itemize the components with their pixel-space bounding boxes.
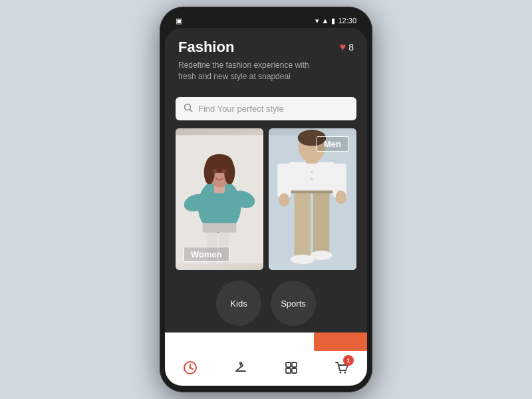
svg-point-30 (311, 171, 313, 173)
svg-point-36 (240, 362, 242, 364)
app-header: Fashion ♥ 8 Redefine the fashion experie… (165, 28, 367, 89)
svg-rect-17 (295, 189, 311, 257)
heart-icon: ♥ (340, 41, 346, 53)
header-top: Fashion ♥ 8 (178, 39, 354, 56)
svg-rect-39 (286, 368, 291, 373)
svg-line-1 (190, 109, 193, 112)
promo-bar (165, 332, 367, 351)
signal-icon: ▲ (322, 17, 329, 25)
phone-device: ▣ ▾ ▲ ▮ 12:30 Fashion ♥ 8 Redefine the (160, 7, 372, 392)
hanger-icon (233, 360, 248, 375)
promo-orange-bar (314, 332, 367, 351)
status-right: ▾ ▲ ▮ 12:30 (315, 17, 356, 25)
app-title: Fashion (178, 39, 234, 56)
svg-point-11 (213, 168, 217, 173)
svg-rect-37 (286, 362, 291, 367)
women-category-card[interactable]: Women (176, 128, 263, 270)
svg-point-12 (222, 168, 226, 173)
women-label: Women (184, 247, 229, 262)
status-left: ▣ (176, 17, 182, 25)
svg-rect-40 (292, 368, 297, 373)
phone-screen: Fashion ♥ 8 Redefine the fashion experie… (165, 28, 367, 386)
status-bar: ▣ ▾ ▲ ▮ 12:30 (165, 13, 367, 28)
app-subtitle: Redefine the fashion experience withfres… (178, 60, 354, 82)
cart-badge: 1 (343, 355, 354, 366)
bottom-area: 1 (165, 332, 367, 386)
grid-icon (284, 360, 299, 375)
favorites-badge[interactable]: ♥ 8 (340, 41, 354, 53)
sports-label: Sports (281, 299, 306, 309)
time-display: 12:30 (338, 17, 356, 25)
men-label: Men (317, 136, 348, 152)
svg-rect-18 (313, 189, 329, 257)
notification-icon: ▣ (176, 17, 182, 25)
home-clock-icon (183, 360, 198, 375)
bottom-nav: 1 (165, 351, 367, 386)
svg-point-31 (311, 178, 313, 180)
svg-point-35 (190, 367, 192, 369)
svg-point-23 (279, 193, 289, 206)
screen-content: Fashion ♥ 8 Redefine the fashion experie… (165, 28, 367, 386)
svg-rect-21 (277, 163, 291, 197)
kids-label: Kids (230, 299, 247, 309)
svg-rect-38 (292, 362, 297, 367)
nav-grid-button[interactable] (278, 358, 305, 378)
sports-category-button[interactable]: Sports (271, 281, 316, 326)
heart-count: 8 (348, 42, 354, 53)
wifi-icon: ▾ (315, 17, 319, 25)
circular-categories: Kids Sports (165, 270, 367, 332)
search-icon (184, 103, 193, 114)
search-placeholder[interactable]: Find Your perfect style (198, 104, 348, 114)
nav-home-button[interactable] (177, 358, 203, 378)
nav-cart-button[interactable]: 1 (329, 358, 355, 378)
svg-point-29 (311, 250, 332, 259)
battery-icon: ▮ (331, 17, 335, 25)
nav-wardrobe-button[interactable] (227, 358, 254, 378)
kids-category-button[interactable]: Kids (216, 281, 261, 326)
men-category-card[interactable]: Men (269, 128, 356, 270)
category-grid: Women (165, 128, 367, 270)
svg-rect-15 (203, 223, 237, 232)
svg-rect-20 (289, 162, 334, 190)
search-bar[interactable]: Find Your perfect style (176, 97, 356, 120)
svg-point-42 (344, 372, 346, 374)
svg-point-41 (340, 372, 342, 374)
svg-point-24 (336, 190, 346, 203)
